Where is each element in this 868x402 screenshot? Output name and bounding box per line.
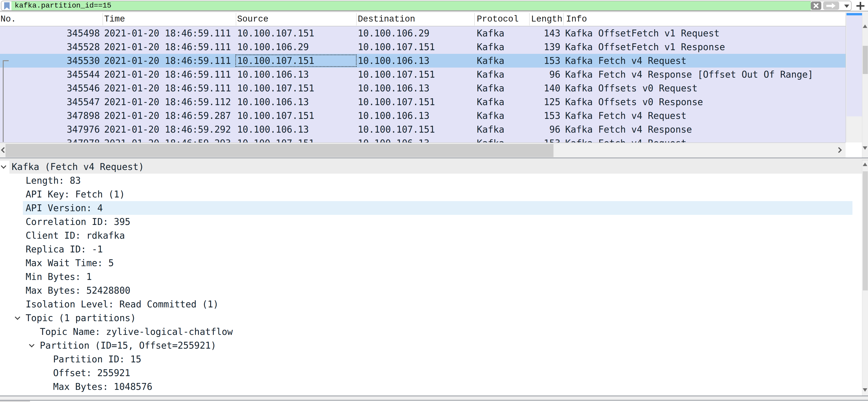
recent-filters-dropdown[interactable]: [844, 5, 849, 8]
packet-cell-protocol: Kafka: [477, 26, 504, 40]
packet-cell-info: Kafka Fetch v4 Response: [565, 122, 692, 136]
detail-line[interactable]: Partition ID: 15: [0, 352, 862, 366]
detail-line[interactable]: API Key: Fetch (1): [0, 188, 862, 201]
display-filter-field: kafka.partition_id==15: [1, 1, 851, 11]
packet-cell-destination: 10.100.107.151: [358, 67, 435, 81]
detail-line[interactable]: Client ID: rdkafka: [0, 229, 862, 242]
detail-line[interactable]: Max Wait Time: 5: [0, 256, 862, 270]
scroll-right-icon[interactable]: [836, 147, 842, 153]
packet-list-vertical-scrollbar[interactable]: [862, 12, 868, 158]
packet-cell-length: 143: [513, 26, 560, 40]
packet-cell-no: 345528: [0, 40, 100, 54]
detail-line[interactable]: Kafka (Fetch v4 Request): [0, 160, 862, 174]
packet-cell-time: 2021-01-20 18:46:59.111: [104, 54, 231, 67]
detail-line[interactable]: Length: 83: [0, 174, 862, 188]
packet-cell-info: Kafka Fetch v4 Request: [565, 136, 686, 142]
packet-cell-source: 10.100.106.13: [237, 67, 309, 81]
packet-row[interactable]: 3455472021-01-20 18:46:59.11210.100.106.…: [0, 95, 845, 109]
right-arrow-icon: [826, 5, 832, 7]
packet-row[interactable]: 3479762021-01-20 18:46:59.29210.100.106.…: [0, 122, 845, 136]
packet-row[interactable]: 3478982021-01-20 18:46:59.28710.100.107.…: [0, 109, 845, 122]
pane-splitter[interactable]: [0, 396, 868, 401]
scrollbar-thumb[interactable]: [5, 144, 554, 157]
bookmark-icon[interactable]: [4, 2, 10, 10]
filter-input[interactable]: kafka.partition_id==15: [14, 1, 111, 10]
packet-cell-protocol: Kafka: [477, 67, 504, 81]
column-separator: [102, 13, 103, 25]
detail-line[interactable]: Min Bytes: 1: [0, 270, 862, 284]
detail-line-text: Client ID: rdkafka: [26, 229, 125, 242]
byte-pane-sliver: [0, 401, 868, 402]
detail-line[interactable]: Replica ID: -1: [0, 242, 862, 256]
clear-filter-button[interactable]: [811, 2, 821, 10]
column-header-length[interactable]: Length: [531, 12, 562, 26]
wireshark-window: kafka.partition_id==15 + No.TimeSourceDe…: [0, 0, 868, 402]
column-header-no[interactable]: No.: [0, 12, 16, 26]
packet-cell-source: 10.100.107.151: [237, 109, 314, 122]
packet-row[interactable]: 3455462021-01-20 18:46:59.11110.100.107.…: [0, 81, 845, 95]
scrollbar-thumb[interactable]: [863, 46, 868, 74]
detail-line-text: Max Wait Time: 5: [26, 256, 114, 270]
detail-line[interactable]: Topic (1 partitions): [0, 311, 862, 325]
column-header-info[interactable]: Info: [566, 12, 587, 26]
detail-vertical-scrollbar[interactable]: [862, 160, 868, 396]
packet-cell-length: 153: [513, 54, 560, 67]
packet-cell-info: Kafka Fetch v4 Response [Offset Out Of R…: [565, 67, 813, 81]
packet-list-header: No.TimeSourceDestinationProtocolLengthIn…: [0, 12, 845, 26]
packet-cell-length: 96: [513, 67, 560, 81]
packet-row[interactable]: 3455282021-01-20 18:46:59.11110.100.106.…: [0, 40, 845, 54]
chevron-down-icon[interactable]: [1, 163, 6, 169]
detail-line[interactable]: Offset: 255921: [0, 366, 862, 380]
packet-minimap[interactable]: [845, 12, 862, 142]
scrollbar-thumb[interactable]: [863, 171, 868, 290]
packet-cell-length: 140: [513, 81, 560, 95]
packet-cell-length: 96: [513, 122, 560, 136]
packet-list: 3454982021-01-20 18:46:59.11110.100.107.…: [0, 26, 845, 142]
packet-row[interactable]: 3455442021-01-20 18:46:59.11110.100.106.…: [0, 67, 845, 81]
chevron-down-icon[interactable]: [29, 342, 34, 347]
column-header-time[interactable]: Time: [104, 12, 125, 26]
detail-line-text: Replica ID: -1: [26, 242, 103, 256]
detail-line[interactable]: Isolation Level: Read Committed (1): [0, 297, 862, 311]
detail-line-text: Isolation Level: Read Committed (1): [26, 297, 219, 311]
detail-line-text: Length: 83: [26, 174, 81, 188]
packet-cell-no: 345547: [0, 95, 100, 109]
packet-cell-info: Kafka Fetch v4 Request: [565, 54, 686, 67]
packet-cell-info: Kafka Offsets v0 Request: [565, 81, 698, 95]
packet-cell-destination: 10.100.106.29: [358, 26, 429, 40]
packet-cell-destination: 10.100.106.13: [358, 54, 429, 67]
packet-list-horizontal-scrollbar[interactable]: [0, 142, 845, 157]
packet-cell-source: 10.100.107.151: [237, 26, 314, 40]
packet-cell-no: 347978: [0, 136, 100, 142]
detail-line[interactable]: API Version: 4: [0, 201, 862, 215]
detail-line-text: Kafka (Fetch v4 Request): [12, 160, 144, 174]
column-separator: [356, 13, 356, 25]
add-filter-button[interactable]: +: [855, 0, 866, 11]
detail-line[interactable]: Max Bytes: 1048576: [0, 380, 862, 394]
packet-row[interactable]: 3454982021-01-20 18:46:59.11110.100.107.…: [0, 26, 845, 40]
packet-row[interactable]: 3479782021-01-20 18:46:59.29310.100.107.…: [0, 136, 845, 142]
packet-row[interactable]: 3455302021-01-20 18:46:59.11110.100.107.…: [0, 54, 845, 67]
packet-cell-no: 345498: [0, 26, 100, 40]
chevron-down-icon[interactable]: [14, 314, 20, 320]
column-separator: [236, 13, 236, 25]
column-header-destination[interactable]: Destination: [358, 12, 415, 26]
detail-line[interactable]: Topic Name: zylive-logical-chatflow: [0, 325, 862, 339]
scroll-up-icon[interactable]: [863, 163, 867, 166]
detail-line[interactable]: Partition (ID=15, Offset=255921): [0, 339, 862, 352]
detail-line-highlight: [23, 201, 852, 215]
apply-filter-button[interactable]: [823, 2, 839, 10]
packet-cell-time: 2021-01-20 18:46:59.111: [104, 26, 231, 40]
detail-line[interactable]: Max Bytes: 52428800: [0, 284, 862, 297]
minimap-packets: [846, 12, 862, 116]
packet-cell-no: 345546: [0, 81, 100, 95]
detail-line-text: Correlation ID: 395: [26, 215, 130, 229]
packet-cell-info: Kafka OffsetFetch v1 Request: [565, 26, 719, 40]
detail-line[interactable]: Correlation ID: 395: [0, 215, 862, 229]
column-header-protocol[interactable]: Protocol: [477, 12, 519, 26]
scroll-down-icon[interactable]: [863, 146, 867, 150]
packet-cell-no: 345530: [0, 54, 100, 67]
scroll-down-icon[interactable]: [863, 388, 867, 392]
column-header-source[interactable]: Source: [237, 12, 269, 26]
scroll-up-icon[interactable]: [863, 25, 867, 28]
